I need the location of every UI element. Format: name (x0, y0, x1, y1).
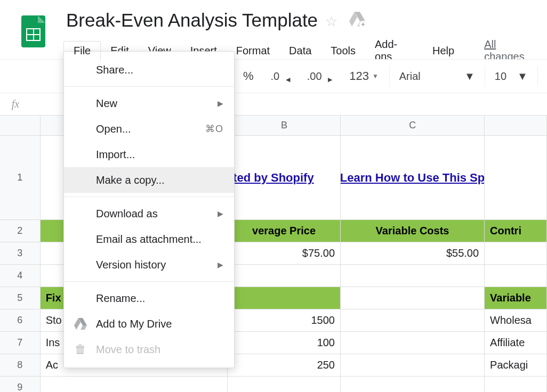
cell[interactable] (341, 265, 485, 287)
cell[interactable] (485, 377, 547, 392)
cell[interactable]: Learn How to Use This Sp (341, 136, 485, 219)
file-new[interactable]: New▶ (64, 91, 234, 116)
cell[interactable]: 100 (228, 332, 341, 354)
menu-separator (64, 86, 234, 87)
col-header-b[interactable]: B (228, 116, 341, 135)
toolbar-separator (389, 66, 390, 86)
file-version-history[interactable]: Version history▶ (64, 252, 234, 277)
menu-file[interactable]: File (63, 41, 101, 61)
cell[interactable] (41, 377, 228, 392)
row-9: 9 (0, 377, 547, 392)
cell[interactable] (341, 377, 485, 392)
cell[interactable] (485, 242, 547, 264)
row-header[interactable]: 5 (0, 287, 41, 309)
increase-decimal-button[interactable]: .00 ▶ (299, 70, 341, 83)
cell-avg-price-header[interactable]: verage Price (228, 220, 341, 242)
cell[interactable] (485, 136, 547, 219)
cell[interactable]: Affiliate (485, 332, 547, 354)
drive-icon (74, 317, 87, 331)
submenu-arrow-icon: ▶ (218, 209, 223, 218)
file-rename[interactable]: Rename... (64, 285, 234, 311)
star-icon[interactable]: ☆ (325, 13, 337, 30)
file-make-copy[interactable]: Make a copy... (64, 167, 234, 193)
menu-separator (64, 281, 234, 282)
shortcut-label: ⌘O (205, 123, 223, 135)
row-header[interactable]: 6 (0, 309, 41, 331)
row-header[interactable]: 7 (0, 332, 41, 354)
sheets-logo (21, 15, 45, 47)
row-header[interactable]: 4 (0, 265, 41, 287)
row-header[interactable]: 2 (0, 220, 41, 242)
cell[interactable]: 250 (228, 354, 341, 376)
cell[interactable] (341, 287, 485, 309)
submenu-arrow-icon: ▶ (218, 260, 223, 269)
toolbar-separator (537, 66, 538, 86)
cell[interactable] (341, 354, 485, 376)
file-import[interactable]: Import... (64, 142, 234, 167)
col-header-c[interactable]: C (341, 116, 485, 135)
toolbar-separator (485, 66, 485, 86)
cell-variable-costs-header[interactable]: Variable Costs (341, 220, 485, 242)
file-add-to-drive[interactable]: Add to My Drive (64, 311, 234, 337)
cell[interactable]: $55.00 (341, 242, 485, 264)
cell[interactable]: Variable (485, 287, 547, 309)
howto-link[interactable]: Learn How to Use This Sp (341, 171, 485, 185)
select-all-corner[interactable] (0, 116, 41, 135)
doc-title[interactable]: Break-Even Analysis Template (66, 10, 318, 31)
cell[interactable]: Contri (485, 220, 547, 242)
cell[interactable] (485, 265, 547, 287)
cell[interactable]: 1500 (228, 309, 341, 331)
row-header[interactable]: 1 (0, 136, 41, 219)
percent-format-button[interactable]: % (235, 69, 262, 83)
decrease-decimal-button[interactable]: .0 ◀ (262, 70, 299, 83)
menu-help[interactable]: Help (423, 42, 464, 60)
shopify-link[interactable]: ted by Shopify (233, 171, 314, 185)
col-header-d[interactable] (485, 116, 547, 135)
submenu-arrow-icon: ▶ (218, 99, 223, 108)
cell[interactable]: ted by Shopify (228, 136, 341, 219)
cell[interactable] (228, 377, 341, 392)
row-header[interactable]: 8 (0, 354, 41, 376)
svg-marker-4 (81, 325, 87, 330)
cell[interactable]: $75.00 (228, 242, 341, 264)
file-download-as[interactable]: Download as▶ (64, 201, 234, 226)
drive-add-icon[interactable]: + (349, 12, 365, 27)
font-size-select[interactable]: 10▼ (487, 70, 535, 83)
file-menu-dropdown: Share... New▶ Open...⌘O Import... Make a… (63, 51, 235, 368)
cell[interactable]: Packagi (485, 354, 547, 376)
cell[interactable] (228, 265, 341, 287)
row-header[interactable]: 9 (0, 377, 41, 392)
file-move-to-trash: 🗑 Move to trash (64, 337, 234, 362)
fx-icon: fx (0, 98, 31, 110)
trash-icon: 🗑 (74, 342, 87, 356)
file-email-attachment[interactable]: Email as attachment... (64, 226, 234, 252)
menu-separator (64, 197, 234, 197)
number-format-button[interactable]: 123▼ (341, 69, 387, 83)
file-share[interactable]: Share... (64, 57, 234, 83)
menu-data[interactable]: Data (279, 42, 321, 60)
menu-tools[interactable]: Tools (321, 42, 365, 60)
cell[interactable] (341, 309, 485, 331)
cell[interactable] (341, 332, 485, 354)
file-open[interactable]: Open...⌘O (64, 116, 234, 142)
row-header[interactable]: 3 (0, 242, 41, 264)
font-select[interactable]: Arial▼ (392, 70, 482, 83)
cell[interactable] (228, 287, 341, 309)
cell[interactable]: Wholesa (485, 309, 547, 331)
